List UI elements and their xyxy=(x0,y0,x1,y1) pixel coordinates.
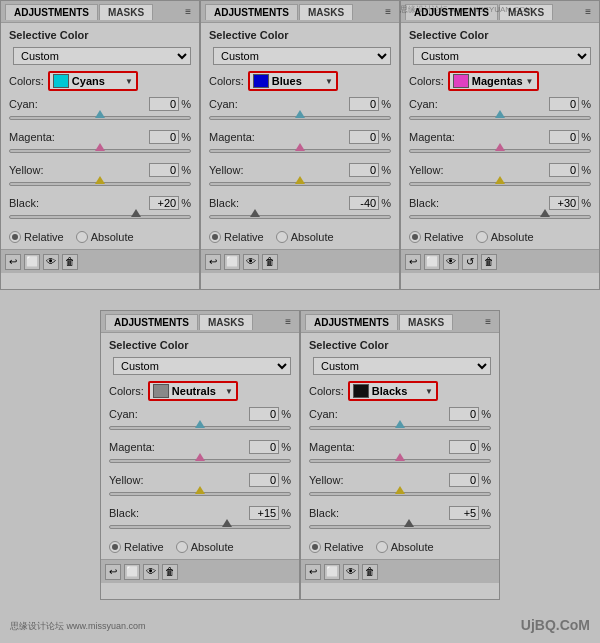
radio-row-1: Relative Absolute xyxy=(9,231,191,243)
slider-value-yellow-3[interactable] xyxy=(549,163,579,177)
footer-icon-clip-3[interactable]: ⬜ xyxy=(424,254,440,270)
footer-icon-trash-2[interactable]: 🗑 xyxy=(262,254,278,270)
slider-row-yellow-3: Yellow: % xyxy=(409,163,591,190)
slider-value-yellow-1[interactable] xyxy=(149,163,179,177)
color-name-neutrals: Neutrals xyxy=(172,385,222,397)
footer-icon-trash-4[interactable]: 🗑 xyxy=(162,564,178,580)
panel-footer-1: ↩ ⬜ 👁 🗑 xyxy=(1,249,199,273)
footer-icon-trash-3[interactable]: 🗑 xyxy=(481,254,497,270)
panel-menu-btn-2[interactable]: ≡ xyxy=(381,5,395,18)
footer-icon-trash-5[interactable]: 🗑 xyxy=(362,564,378,580)
radio-absolute-5[interactable]: Absolute xyxy=(376,541,434,553)
panel-footer-2: ↩ ⬜ 👁 🗑 xyxy=(201,249,399,273)
footer-icon-undo-3[interactable]: ↩ xyxy=(405,254,421,270)
panel-title-1: Selective Color xyxy=(9,29,191,41)
slider-value-cyan-2[interactable] xyxy=(349,97,379,111)
slider-value-yellow-5[interactable] xyxy=(449,473,479,487)
panel-menu-btn-4[interactable]: ≡ xyxy=(281,315,295,328)
preset-select-3[interactable]: Custom xyxy=(413,47,591,65)
panel-menu-btn-5[interactable]: ≡ xyxy=(481,315,495,328)
footer-icon-trash[interactable]: 🗑 xyxy=(62,254,78,270)
top-watermark: 思缘设计论坛 www.MISSYUAN.COM xyxy=(400,4,532,15)
slider-row-magenta-3: Magenta: % xyxy=(409,130,591,157)
footer-icon-undo[interactable]: ↩ xyxy=(5,254,21,270)
color-select-cyans[interactable]: Cyans ▼ xyxy=(48,71,138,91)
slider-value-black-1[interactable] xyxy=(149,196,179,210)
color-select-blacks[interactable]: Blacks ▼ xyxy=(348,381,438,401)
panel-header-neutrals: ADJUSTMENTS MASKS ≡ xyxy=(101,311,299,333)
panel-magentas: ADJUSTMENTS MASKS ≡ Selective Color Cust… xyxy=(400,0,600,290)
color-box-magentas xyxy=(453,74,469,88)
slider-value-magenta-2[interactable] xyxy=(349,130,379,144)
footer-icon-eye-2[interactable]: 👁 xyxy=(243,254,259,270)
slider-row-magenta-2: Magenta: % xyxy=(209,130,391,157)
tab-masks-4[interactable]: MASKS xyxy=(199,314,253,330)
slider-value-magenta-5[interactable] xyxy=(449,440,479,454)
footer-icon-clip[interactable]: ⬜ xyxy=(24,254,40,270)
tab-masks-5[interactable]: MASKS xyxy=(399,314,453,330)
preset-select-1[interactable]: Custom xyxy=(13,47,191,65)
footer-icon-undo-5[interactable]: ↩ xyxy=(305,564,321,580)
tab-adjustments-2[interactable]: ADJUSTMENTS xyxy=(205,4,298,20)
tab-adjustments-4[interactable]: ADJUSTMENTS xyxy=(105,314,198,330)
slider-label-cyan-1: Cyan: xyxy=(9,98,38,110)
color-name-blues: Blues xyxy=(272,75,322,87)
panel-menu-btn-1[interactable]: ≡ xyxy=(181,5,195,18)
color-select-blues[interactable]: Blues ▼ xyxy=(248,71,338,91)
slider-value-cyan-5[interactable] xyxy=(449,407,479,421)
color-select-neutrals[interactable]: Neutrals ▼ xyxy=(148,381,238,401)
slider-value-black-4[interactable] xyxy=(249,506,279,520)
slider-value-magenta-1[interactable] xyxy=(149,130,179,144)
slider-value-black-3[interactable] xyxy=(549,196,579,210)
footer-icon-clip-4[interactable]: ⬜ xyxy=(124,564,140,580)
slider-row-magenta-4: Magenta: % xyxy=(109,440,291,467)
slider-value-black-5[interactable] xyxy=(449,506,479,520)
slider-value-cyan-4[interactable] xyxy=(249,407,279,421)
slider-value-magenta-3[interactable] xyxy=(549,130,579,144)
slider-value-cyan-1[interactable] xyxy=(149,97,179,111)
radio-row-4: Relative Absolute xyxy=(109,541,291,553)
panel-menu-btn-3[interactable]: ≡ xyxy=(581,5,595,18)
tab-adjustments-5[interactable]: ADJUSTMENTS xyxy=(305,314,398,330)
watermark-left: 思缘设计论坛 www.missyuan.com xyxy=(10,620,146,633)
footer-icon-undo-4[interactable]: ↩ xyxy=(105,564,121,580)
radio-absolute-2[interactable]: Absolute xyxy=(276,231,334,243)
slider-value-magenta-4[interactable] xyxy=(249,440,279,454)
radio-absolute-4[interactable]: Absolute xyxy=(176,541,234,553)
tab-adjustments-1[interactable]: ADJUSTMENTS xyxy=(5,4,98,20)
footer-icon-undo-2[interactable]: ↩ xyxy=(205,254,221,270)
radio-absolute-1[interactable]: Absolute xyxy=(76,231,134,243)
radio-relative-1[interactable]: Relative xyxy=(9,231,64,243)
slider-value-yellow-2[interactable] xyxy=(349,163,379,177)
panel-cyans: ADJUSTMENTS MASKS ≡ Selective Color Cust… xyxy=(0,0,200,290)
footer-icon-eye-3[interactable]: 👁 xyxy=(443,254,459,270)
slider-value-yellow-4[interactable] xyxy=(249,473,279,487)
radio-absolute-3[interactable]: Absolute xyxy=(476,231,534,243)
panel-neutrals: ADJUSTMENTS MASKS ≡ Selective Color Cust… xyxy=(100,310,300,600)
radio-row-3: Relative Absolute xyxy=(409,231,591,243)
slider-label-magenta-1: Magenta: xyxy=(9,131,55,143)
footer-icon-eye-5[interactable]: 👁 xyxy=(343,564,359,580)
radio-row-2: Relative Absolute xyxy=(209,231,391,243)
panel-footer-5: ↩ ⬜ 👁 🗑 xyxy=(301,559,499,583)
radio-relative-2[interactable]: Relative xyxy=(209,231,264,243)
footer-icon-clip-2[interactable]: ⬜ xyxy=(224,254,240,270)
color-select-magentas[interactable]: Magentas ▼ xyxy=(448,71,539,91)
color-box-blacks xyxy=(353,384,369,398)
preset-select-5[interactable]: Custom xyxy=(313,357,491,375)
preset-select-4[interactable]: Custom xyxy=(113,357,291,375)
slider-value-black-2[interactable] xyxy=(349,196,379,210)
slider-row-cyan-1: Cyan: % xyxy=(9,97,191,124)
tab-masks-2[interactable]: MASKS xyxy=(299,4,353,20)
footer-icon-eye-4[interactable]: 👁 xyxy=(143,564,159,580)
slider-value-cyan-3[interactable] xyxy=(549,97,579,111)
radio-relative-4[interactable]: Relative xyxy=(109,541,164,553)
footer-icon-clip-5[interactable]: ⬜ xyxy=(324,564,340,580)
footer-icon-refresh-3[interactable]: ↺ xyxy=(462,254,478,270)
radio-relative-3[interactable]: Relative xyxy=(409,231,464,243)
tab-masks-1[interactable]: MASKS xyxy=(99,4,153,20)
radio-relative-5[interactable]: Relative xyxy=(309,541,364,553)
preset-select-2[interactable]: Custom xyxy=(213,47,391,65)
slider-row-cyan-5: Cyan: % xyxy=(309,407,491,434)
footer-icon-eye[interactable]: 👁 xyxy=(43,254,59,270)
